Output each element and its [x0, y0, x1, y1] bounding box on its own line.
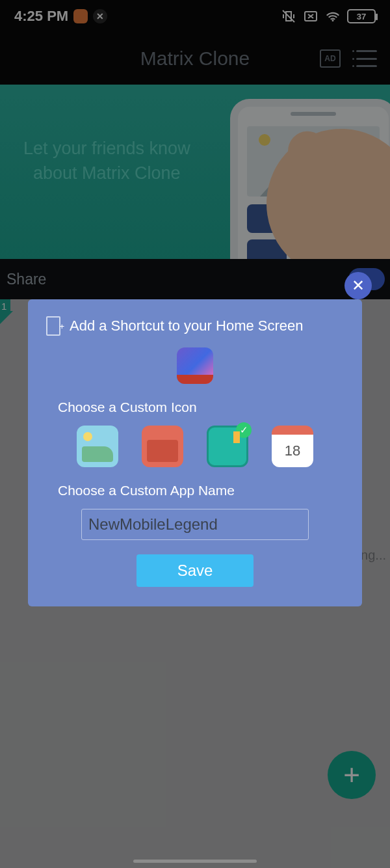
network-box-icon	[303, 8, 318, 24]
check-icon: ✓	[236, 422, 252, 438]
status-time: 4:25 PM	[14, 8, 68, 25]
promo-banner: Let your friends know about Matrix Clone	[0, 85, 390, 259]
app-title: Matrix Clone	[140, 47, 250, 70]
shortcut-icon	[46, 316, 60, 336]
status-app-indicator-icon	[73, 9, 88, 23]
icon-option-notebook[interactable]: ✓	[207, 426, 248, 467]
battery-icon: 37	[347, 9, 376, 23]
save-button[interactable]: Save	[136, 554, 254, 587]
vibrate-off-icon	[281, 8, 296, 24]
banner-line1: Let your friends know	[23, 137, 190, 161]
add-shortcut-modal: Add a Shortcut to your Home Screen FIGHT…	[28, 299, 362, 606]
choose-icon-label: Choose a Custom Icon	[58, 400, 344, 415]
home-indicator[interactable]	[133, 860, 257, 863]
status-round-icon: ✕	[93, 9, 107, 23]
app-thumbnail: FIGHTERS'97	[177, 347, 213, 384]
app-header: Matrix Clone AD	[0, 33, 390, 85]
icon-option-wallet[interactable]	[142, 426, 183, 467]
menu-list-icon[interactable]	[356, 50, 377, 67]
modal-title: Add a Shortcut to your Home Screen	[70, 318, 304, 334]
ad-badge-icon[interactable]: AD	[320, 49, 341, 68]
banner-line2: about Matrix Clone	[23, 161, 190, 186]
status-bar: 4:25 PM ✕ 37	[0, 0, 390, 33]
wifi-icon	[325, 8, 341, 24]
choose-name-label: Choose a Custom App Name	[58, 483, 344, 498]
app-name-input[interactable]	[81, 509, 309, 540]
icon-option-calendar[interactable]: 18	[272, 426, 313, 467]
add-fab-button[interactable]: +	[328, 751, 376, 799]
icon-option-gallery[interactable]	[77, 426, 118, 467]
